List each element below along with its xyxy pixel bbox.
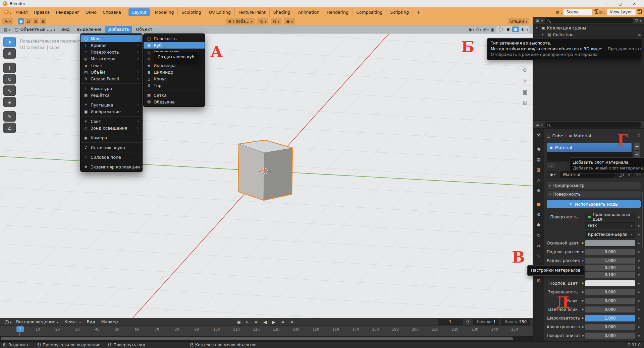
mesh-menu-item-0[interactable]: □Плоскость bbox=[144, 35, 205, 42]
proportional-editing-toggle[interactable]: ◉ bbox=[284, 18, 295, 24]
add-menu-item-5[interactable]: ▤Объём› bbox=[80, 69, 142, 75]
property-slider[interactable]: 1.000 bbox=[585, 315, 635, 322]
timeline-scrollbar[interactable] bbox=[1, 337, 513, 340]
tab-tool[interactable]: ⚒ bbox=[534, 131, 543, 139]
pan-icon[interactable]: ✛ bbox=[523, 78, 527, 84]
property-dropdown[interactable]: Принципиальный BSDF bbox=[585, 214, 635, 220]
measure-tool[interactable]: ∠ bbox=[3, 123, 16, 133]
scene-name-field[interactable]: Scene bbox=[564, 9, 592, 15]
mode-dropdown[interactable]: ▢ Объектный .... bbox=[12, 27, 58, 32]
topbar-menu-3[interactable]: Окно bbox=[83, 7, 100, 17]
show-overlays-icon[interactable]: ◎ bbox=[483, 27, 489, 32]
workspace-tab-6[interactable]: Animation bbox=[294, 7, 323, 17]
properties-scrollbar[interactable] bbox=[642, 192, 643, 249]
camera-view-icon[interactable]: ◙ bbox=[522, 89, 527, 95]
tab-object[interactable]: ■ bbox=[534, 200, 543, 208]
window-maximize-button[interactable]: ▢ bbox=[613, 0, 627, 7]
frame-end-field[interactable]: Конец 250 bbox=[501, 319, 530, 325]
outliner-editor-icon[interactable]: ☰ bbox=[536, 18, 539, 23]
select-mode-intersect-icon[interactable]: ▦ bbox=[40, 18, 46, 24]
new-scene-icon[interactable] bbox=[594, 10, 597, 14]
vector-field-1[interactable]: 0.200 bbox=[585, 264, 635, 271]
browse-material-dropdown[interactable]: ● bbox=[547, 171, 559, 178]
scale-tool[interactable]: ↔ bbox=[3, 85, 16, 96]
active-tool-dropdown[interactable]: ➤ bbox=[2, 18, 13, 24]
workspace-tab-7[interactable]: Rendering bbox=[323, 7, 353, 17]
tab-output[interactable]: ▤ bbox=[534, 155, 543, 163]
mesh-menu-item-1[interactable]: ⊞Куб bbox=[144, 42, 205, 49]
timeline-editor-button[interactable]: ◷ bbox=[3, 319, 13, 325]
add-menu-item-10[interactable]: ▣Изображение› bbox=[80, 108, 142, 115]
tab-world[interactable]: ⊕ bbox=[534, 186, 543, 195]
mesh-menu-item-4[interactable]: ◈Икосфера bbox=[144, 62, 205, 69]
rotate-tool[interactable]: ↻ bbox=[3, 74, 16, 84]
jump-end-icon[interactable]: ⇥ bbox=[287, 319, 295, 325]
slot-specials-button[interactable] bbox=[547, 163, 555, 168]
color-swatch[interactable] bbox=[585, 280, 635, 287]
next-keyframe-icon[interactable]: ↠ bbox=[278, 319, 286, 325]
add-menu-item-14[interactable]: ♪Источник звука bbox=[80, 144, 142, 151]
current-frame-field[interactable]: 1 bbox=[438, 319, 463, 325]
options-dropdown[interactable]: Опции bbox=[508, 18, 529, 24]
remove-material-slot-button[interactable]: − bbox=[633, 151, 641, 158]
tab-view-layer[interactable]: ▥ bbox=[534, 165, 543, 174]
tab-texture[interactable]: ▩ bbox=[534, 276, 543, 284]
tab-particles[interactable]: ✱ bbox=[534, 220, 543, 229]
properties-editor-icon[interactable]: ≡ bbox=[536, 123, 539, 127]
mesh-menu-item-5[interactable]: ▮Цилиндр bbox=[144, 69, 205, 75]
preview-section-header[interactable]: ▸ Предпросмотр bbox=[547, 182, 641, 189]
pivot-point-dropdown[interactable]: ◎ bbox=[257, 18, 269, 24]
select-mode-set-icon[interactable]: ▣ bbox=[18, 18, 24, 24]
vector-field-2[interactable]: 0.100 bbox=[585, 271, 635, 278]
add-material-slot-button[interactable]: + bbox=[633, 143, 641, 150]
topbar-menu-0[interactable]: Файл bbox=[13, 7, 31, 17]
play-reverse-icon[interactable]: ◀ bbox=[261, 319, 269, 325]
pin-icon[interactable]: ⊙ bbox=[637, 133, 641, 138]
workspace-tab-1[interactable]: Modeling bbox=[151, 7, 178, 17]
expand-icon[interactable]: ▾ bbox=[536, 26, 539, 29]
show-gizmos-icon[interactable]: ◇ bbox=[476, 27, 481, 32]
topbar-menu-2[interactable]: Рендеринг bbox=[53, 7, 83, 17]
use-nodes-button[interactable]: ❖ Использовать ноды bbox=[547, 200, 641, 208]
view-layer-selector[interactable]: ▥ View Layer bbox=[599, 9, 640, 15]
surface-section-header[interactable]: ▾ Поверхность bbox=[547, 191, 641, 198]
tab-scene[interactable]: △ bbox=[534, 176, 543, 184]
tab-modifiers[interactable]: ⚙ bbox=[534, 210, 543, 219]
menu-add[interactable]: Добавить bbox=[105, 26, 132, 33]
workspace-tab-5[interactable]: Shading bbox=[270, 7, 294, 17]
select-mode-subtract-icon[interactable]: ▥ bbox=[33, 18, 39, 24]
timeline-ruler[interactable]: 1 11020304050607080901001101201301401501… bbox=[0, 326, 533, 336]
material-preview-shading-icon[interactable]: ● bbox=[512, 26, 519, 32]
add-menu-item-9[interactable]: ✛Пустышка› bbox=[80, 101, 142, 108]
select-mode-extend-icon[interactable]: ▤ bbox=[25, 18, 32, 24]
add-menu-item-12[interactable]: ◇Зонд освещения› bbox=[80, 125, 142, 131]
property-dropdown[interactable]: Кристенсен-Берли▾ bbox=[585, 231, 635, 238]
add-menu-item-7[interactable]: †Арматура bbox=[80, 85, 142, 92]
menu-select[interactable]: Выделение bbox=[73, 26, 104, 33]
tab-physics[interactable]: ↻ bbox=[534, 231, 543, 239]
property-slider[interactable]: 0.000 bbox=[585, 324, 635, 330]
topbar-menu-4[interactable]: Справка bbox=[100, 7, 124, 17]
tab-data[interactable]: ▽ bbox=[534, 252, 543, 260]
solid-shading-icon[interactable]: ● bbox=[505, 26, 512, 32]
mesh-menu-item-7[interactable]: ⊚Тор bbox=[144, 82, 205, 89]
mesh-menu-item-8[interactable]: ▦Сетка bbox=[144, 92, 205, 98]
rendered-shading-icon[interactable]: ◐ bbox=[520, 26, 526, 32]
add-menu-item-1[interactable]: ʃКривая› bbox=[80, 42, 142, 49]
filter-icon[interactable]: ▽ bbox=[635, 18, 638, 23]
outliner-search-input[interactable] bbox=[545, 18, 633, 23]
cube-object[interactable] bbox=[238, 140, 292, 200]
transform-orientation-dropdown[interactable]: ⊕ Глоба... bbox=[226, 18, 255, 24]
add-menu-item-6[interactable]: ✎Grease Pencil› bbox=[80, 75, 142, 82]
playhead-frame-badge[interactable]: 1 bbox=[16, 326, 24, 332]
view-layer-name-field[interactable]: View Layer bbox=[607, 9, 636, 15]
xray-toggle-icon[interactable]: ▣ bbox=[491, 27, 494, 32]
perspective-toggle-icon[interactable]: ⊞ bbox=[523, 100, 527, 106]
collection-checkbox-icon[interactable]: ☑ bbox=[638, 32, 641, 37]
add-menu-item-8[interactable]: ▦Решётка bbox=[80, 92, 142, 98]
autokey-icon[interactable]: ◉ bbox=[235, 319, 243, 325]
properties-search-input[interactable] bbox=[544, 122, 641, 128]
annotate-tool[interactable]: ✎ bbox=[3, 111, 16, 122]
add-menu-item-4[interactable]: аТекст bbox=[80, 62, 142, 69]
expand-icon[interactable]: ▸ bbox=[542, 33, 545, 36]
